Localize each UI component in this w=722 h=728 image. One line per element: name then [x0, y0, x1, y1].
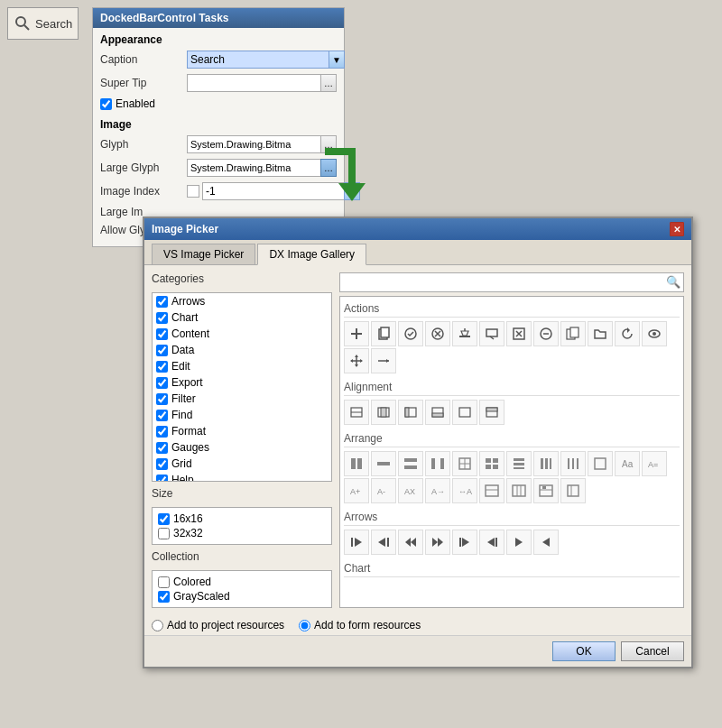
icon-pin[interactable] — [371, 348, 396, 373]
cat-export-checkbox[interactable] — [156, 377, 168, 389]
icon-area[interactable]: Actions — [339, 296, 684, 608]
icon-arrange-3[interactable] — [398, 451, 423, 476]
icon-eye[interactable] — [642, 321, 667, 346]
svg-marker-93 — [432, 538, 438, 547]
icon-refresh[interactable] — [615, 321, 640, 346]
collection-colored-checkbox[interactable] — [158, 576, 170, 588]
size-16x16-checkbox[interactable] — [158, 513, 170, 525]
icon-arrow-play[interactable] — [506, 530, 532, 555]
cat-arrows-checkbox[interactable] — [156, 296, 168, 308]
icon-page-copy[interactable] — [560, 321, 586, 346]
icon-arrow-back[interactable] — [533, 530, 559, 555]
icon-arrange-10[interactable] — [588, 451, 613, 476]
icon-arrange-13[interactable]: A+ — [344, 478, 369, 503]
icon-copy[interactable] — [371, 321, 396, 346]
cancel-button[interactable]: Cancel — [621, 641, 684, 661]
categories-list[interactable]: Arrows Chart Content Data Edit — [152, 292, 332, 482]
icon-arrange-19[interactable] — [506, 478, 532, 503]
cat-filter-checkbox[interactable] — [156, 393, 168, 405]
supertip-browse-btn[interactable]: … — [320, 74, 337, 92]
ok-button[interactable]: OK — [552, 641, 616, 661]
icon-move[interactable] — [344, 348, 369, 373]
cat-help-checkbox[interactable] — [156, 475, 168, 483]
image-index-row: Image Index ▼ — [93, 180, 344, 203]
dialog-close-button[interactable]: ✕ — [670, 222, 684, 236]
icon-search-icon: 🔍 — [666, 275, 680, 289]
alignment-icon-grid — [344, 400, 680, 425]
enabled-checkbox[interactable] — [100, 98, 112, 110]
icon-folder[interactable] — [588, 321, 613, 346]
icon-arrange-4[interactable] — [425, 451, 450, 476]
icon-align-right[interactable] — [398, 400, 423, 425]
icon-arrange-6[interactable] — [479, 451, 504, 476]
icon-arrange-5[interactable] — [452, 451, 477, 476]
icon-arrange-16[interactable]: A→ — [425, 478, 450, 503]
icon-align-bottom[interactable] — [479, 400, 504, 425]
cat-content-checkbox[interactable] — [156, 328, 168, 340]
collection-grayscaled-checkbox[interactable] — [158, 591, 170, 603]
icon-arrow-next[interactable] — [479, 530, 504, 555]
radio-project-resources: Add to project resources — [152, 619, 284, 631]
cat-find-checkbox[interactable] — [156, 410, 168, 421]
icon-minus[interactable] — [533, 321, 559, 346]
cat-edit-checkbox[interactable] — [156, 361, 168, 373]
icon-arrange-1[interactable] — [344, 451, 369, 476]
svg-text:AX: AX — [404, 487, 415, 496]
cat-data-checkbox[interactable] — [156, 345, 168, 356]
cat-export-label: Export — [171, 376, 203, 389]
icon-arrange-11[interactable]: Aa — [615, 451, 640, 476]
icon-align-center[interactable] — [371, 400, 396, 425]
svg-rect-42 — [459, 408, 470, 417]
svg-rect-60 — [514, 463, 524, 465]
icon-align-top[interactable] — [425, 400, 450, 425]
tab-vs-image-picker[interactable]: VS Image Picker — [152, 244, 255, 264]
icon-cancel[interactable] — [425, 321, 450, 346]
icon-arrow-last[interactable] — [371, 530, 396, 555]
icon-arrow-next-fast[interactable] — [398, 530, 423, 555]
caption-dropdown-btn[interactable]: ▼ — [329, 51, 345, 69]
icon-arrange-7[interactable] — [506, 451, 532, 476]
icon-arrange-21[interactable] — [560, 478, 586, 503]
icon-align-left[interactable] — [344, 400, 369, 425]
cat-gauges-checkbox[interactable] — [156, 442, 168, 454]
caption-label: Caption — [100, 53, 181, 66]
caption-input[interactable] — [187, 51, 329, 69]
glyph-input[interactable] — [187, 135, 320, 153]
svg-rect-45 — [351, 458, 356, 469]
icon-arrange-2[interactable] — [371, 451, 396, 476]
icon-arrange-9[interactable] — [560, 451, 586, 476]
cat-chart-checkbox[interactable] — [156, 312, 168, 324]
icon-align-middle[interactable] — [452, 400, 477, 425]
svg-rect-68 — [595, 458, 606, 469]
cat-grid-checkbox[interactable] — [156, 458, 168, 470]
icon-check[interactable] — [398, 321, 423, 346]
icon-arrange-14[interactable]: A- — [371, 478, 396, 503]
radio-project-resources-input[interactable] — [152, 620, 163, 631]
icon-arrow-prev[interactable] — [452, 530, 477, 555]
size-32x32-checkbox[interactable] — [158, 528, 170, 539]
svg-rect-41 — [432, 413, 443, 417]
icon-add[interactable] — [344, 321, 369, 346]
icon-arrange-15[interactable]: AX — [398, 478, 423, 503]
icon-arrange-18[interactable] — [479, 478, 504, 503]
svg-point-25 — [653, 332, 656, 336]
tab-dx-image-gallery[interactable]: DX Image Gallery — [257, 244, 366, 265]
icon-arrange-20[interactable] — [533, 478, 559, 503]
icon-display[interactable] — [479, 321, 504, 346]
icon-edit[interactable] — [452, 321, 477, 346]
icon-x-box[interactable] — [506, 321, 532, 346]
icon-arrow-first[interactable] — [344, 530, 369, 555]
supertip-label: Super Tip — [100, 77, 181, 89]
supertip-input[interactable] — [187, 74, 320, 92]
svg-marker-90 — [405, 538, 411, 547]
icon-arrange-12[interactable]: A= — [642, 451, 667, 476]
icon-arrange-17[interactable]: ↔A — [452, 478, 477, 503]
radio-form-resources-input[interactable] — [299, 620, 310, 631]
icon-arrow-prev-fast[interactable] — [425, 530, 450, 555]
cat-filter: Filter — [153, 391, 331, 407]
large-glyph-input[interactable] — [187, 159, 320, 177]
icon-arrange-8[interactable] — [533, 451, 559, 476]
cat-format-checkbox[interactable] — [156, 426, 168, 438]
icon-search-input[interactable] — [339, 272, 684, 292]
svg-rect-46 — [357, 458, 362, 469]
